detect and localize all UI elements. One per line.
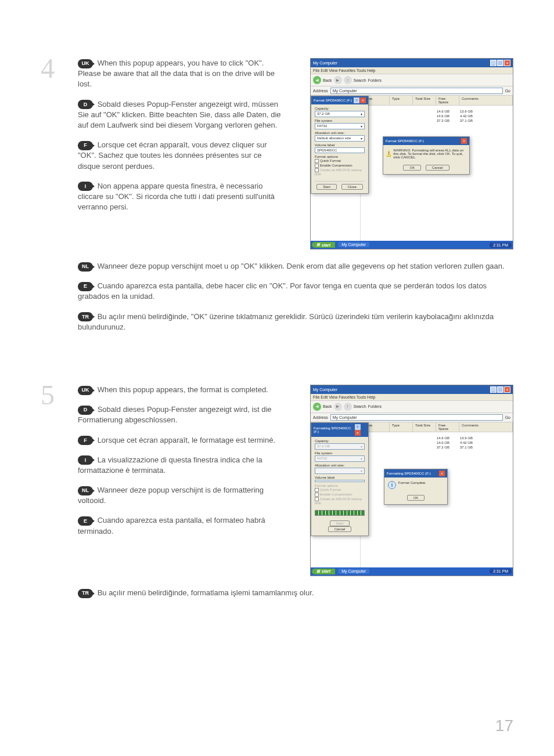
compression-checkbox[interactable] xyxy=(315,164,319,168)
msdos-checkbox xyxy=(315,497,319,501)
address-label: Address xyxy=(313,89,328,93)
step5-d-text: Sobald dieses Popup-Fenster angezeigt wi… xyxy=(78,405,272,424)
lang-badge-tr: TR xyxy=(78,312,93,321)
help-icon[interactable]: ? xyxy=(355,424,361,430)
ok-button[interactable]: OK xyxy=(403,165,421,171)
close-icon[interactable]: × xyxy=(355,430,361,436)
screenshot-step4: My Computer _ □ × File Edit View Favorit… xyxy=(310,58,513,249)
minimize-icon[interactable]: _ xyxy=(490,60,497,66)
lang-badge-nl: NL xyxy=(78,262,93,272)
lang-badge-e: E xyxy=(78,282,93,291)
maximize-icon[interactable]: □ xyxy=(497,60,503,66)
step4-narrow-texts: UK When this popup appears, you have to … xyxy=(78,58,296,222)
step4-i-text: Non appena appare questa finestra, è nec… xyxy=(78,182,275,211)
dialog-title: Format SPD5400CC (F:) ?× xyxy=(311,96,368,104)
help-icon[interactable]: ? xyxy=(354,97,359,103)
quick-format-checkbox[interactable] xyxy=(315,159,319,163)
step4-uk-text: When this popup appears, you have to cli… xyxy=(78,59,275,88)
close-icon[interactable]: × xyxy=(461,138,467,144)
start-button[interactable]: ⊞start xyxy=(312,569,335,574)
cancel-button[interactable]: Cancel xyxy=(328,526,352,532)
up-icon[interactable]: ↑ xyxy=(344,403,352,411)
menubar[interactable]: File Edit View Favorites Tools Help xyxy=(311,394,513,401)
dialog-title: Formatting SPD5400CC (F:) ?× xyxy=(311,423,368,437)
drive-list: 14.6 GB13.9 GB 14.6 GB4.42 GB 37.2 GB37.… xyxy=(361,432,513,453)
lang-badge-uk: UK xyxy=(78,59,93,68)
list-header: Name Type Total Size Free Space Comments xyxy=(361,422,513,432)
close-icon[interactable]: × xyxy=(360,97,366,103)
close-icon[interactable]: × xyxy=(504,60,510,66)
menubar[interactable]: File Edit View Favorites Tools Help xyxy=(311,67,513,74)
screenshot-step5: My Computer _ □ × File Edit View Favorit… xyxy=(310,385,513,576)
window-titlebar: My Computer _ □ × xyxy=(311,59,513,67)
filesystem-select[interactable]: FAT32▾ xyxy=(315,123,365,129)
formatting-dialog: Formatting SPD5400CC (F:) ?× Capacity:37… xyxy=(311,422,369,536)
capacity-select[interactable]: 37.2 GB▾ xyxy=(315,111,365,117)
taskbar-item[interactable]: My Computer xyxy=(338,569,369,574)
step-number: 4 xyxy=(41,55,64,82)
lang-badge-tr: TR xyxy=(78,589,93,598)
address-input[interactable]: My Computer xyxy=(330,88,503,94)
lang-badge-i: I xyxy=(78,182,93,191)
folders-label[interactable]: Folders xyxy=(368,404,382,408)
step4-d-text: Sobald dieses Popup-Fenster angezeigt wi… xyxy=(78,100,281,129)
step4-e-text: Cuando aparezca esta pantalla, debe hace… xyxy=(78,281,487,301)
step4-f-text: Lorsque cet écran apparaît, vous devez c… xyxy=(78,140,267,170)
lang-badge-uk: UK xyxy=(78,386,93,395)
close-icon[interactable]: × xyxy=(504,386,510,393)
go-button[interactable]: Go xyxy=(505,89,510,93)
search-label[interactable]: Search xyxy=(354,404,366,408)
page-number: 17 xyxy=(495,717,513,735)
taskbar: ⊞start My Computer 2:31 PM xyxy=(311,241,513,249)
go-button[interactable]: Go xyxy=(505,415,510,419)
list-row: 14.6 GB4.42 GB xyxy=(364,440,509,445)
alloc-select: ▾ xyxy=(315,468,365,474)
warning-icon: ! xyxy=(387,149,391,157)
address-bar: Address My Computer Go xyxy=(311,86,513,96)
step5-i-text: La visualizzazione di questa finestra in… xyxy=(78,455,262,475)
close-icon[interactable]: × xyxy=(439,471,445,476)
lang-badge-nl: NL xyxy=(78,486,93,495)
start-button[interactable]: Start xyxy=(316,184,337,190)
search-label[interactable]: Search xyxy=(354,78,366,82)
forward-icon[interactable]: ► xyxy=(334,403,342,411)
alloc-select[interactable]: Default allocation size▾ xyxy=(315,135,365,142)
window-title: My Computer xyxy=(313,388,337,392)
system-tray[interactable]: 2:31 PM xyxy=(490,243,512,248)
back-icon[interactable]: ◄ xyxy=(313,76,321,84)
address-input[interactable]: My Computer xyxy=(330,414,503,421)
complete-dialog: Formatting SPD5400CC (F:) × i Format Com… xyxy=(384,469,448,505)
list-row: 37.2 GB37.1 GB xyxy=(364,118,509,123)
step5-uk-text: When this popup appears, the format is c… xyxy=(98,385,268,394)
chevron-down-icon: ▾ xyxy=(361,469,362,473)
list-row: 14.6 GB13.9 GB xyxy=(364,436,509,440)
folders-label[interactable]: Folders xyxy=(368,78,382,82)
taskbar-item[interactable]: My Computer xyxy=(338,242,369,247)
address-label: Address xyxy=(313,415,328,419)
forward-icon[interactable]: ► xyxy=(334,76,342,84)
back-icon[interactable]: ◄ xyxy=(313,403,321,411)
lang-badge-d: D xyxy=(78,100,93,109)
quick-format-checkbox xyxy=(315,488,319,492)
lang-badge-e: E xyxy=(78,516,93,526)
step4-nl-text: Wanneer deze popup verschijnt moet u op … xyxy=(98,262,505,270)
up-icon[interactable]: ↑ xyxy=(344,76,352,84)
step-5: 5 UK When this popup appears, the format… xyxy=(41,385,513,598)
toolbar: ◄ Back ► ↑ Search Folders xyxy=(311,74,513,86)
windows-icon: ⊞ xyxy=(316,243,320,247)
system-tray[interactable]: 2:31 PM xyxy=(490,569,512,574)
format-dialog: Format SPD5400CC (F:) ?× Capacity:37.2 G… xyxy=(311,96,369,194)
minimize-icon[interactable]: _ xyxy=(490,386,497,393)
filesystem-select: FAT32▾ xyxy=(315,455,365,462)
ok-button[interactable]: OK xyxy=(407,495,425,501)
toolbar: ◄ Back ► ↑ Search Folders xyxy=(311,401,513,413)
step5-narrow-texts: UK When this popup appears, the format i… xyxy=(78,385,296,546)
volume-label-input[interactable]: SPD5400CC xyxy=(315,147,365,153)
back-label: Back xyxy=(323,78,332,82)
start-button[interactable]: ⊞start xyxy=(312,242,335,248)
close-button[interactable]: Close xyxy=(341,184,363,190)
list-row: 37.2 GB37.1 GB xyxy=(364,445,509,450)
cancel-button[interactable]: Cancel xyxy=(426,165,449,171)
maximize-icon[interactable]: □ xyxy=(497,386,503,393)
chevron-down-icon: ▾ xyxy=(361,124,362,128)
